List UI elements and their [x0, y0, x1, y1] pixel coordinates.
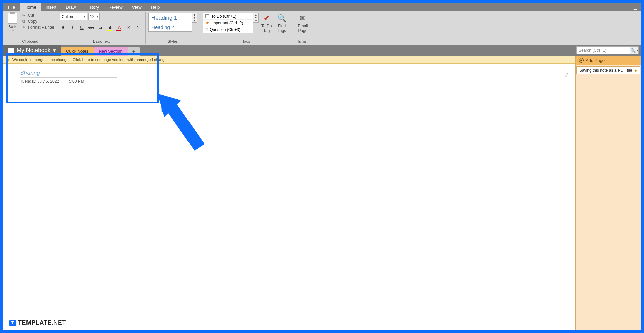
- ribbon-group-styles: Heading 1 Heading 2 ▲ ▼ ▾ Styles: [146, 12, 200, 44]
- format-painter-button[interactable]: ✎Format Painter: [22, 25, 54, 30]
- menu-file[interactable]: File: [3, 3, 20, 11]
- indent-button[interactable]: [127, 13, 134, 20]
- font-family-select[interactable]: Calibri▾: [60, 13, 87, 20]
- add-section-button[interactable]: +: [128, 47, 140, 56]
- ribbon-group-basic-text: Calibri▾ 12▾ B I U abc x₂: [57, 12, 146, 44]
- ribbon: Paste ▾ ✂Cut ⧉Copy ✎Format Painter Clipb…: [3, 11, 641, 45]
- email-page-button[interactable]: ✉ Email Page: [295, 13, 310, 34]
- todo-tag-button[interactable]: ✔ To Do Tag: [259, 13, 274, 34]
- tag-question-label: Question (Ctrl+3): [210, 27, 240, 32]
- styles-gallery[interactable]: Heading 1 Heading 2: [148, 13, 192, 32]
- bold-button[interactable]: B: [60, 24, 66, 30]
- notebook-bar: My Notebook ▾ Quick Notes New Section + …: [3, 45, 641, 56]
- tags-gallery[interactable]: To Do (Ctrl+1) ★Important (Ctrl+2) ?Ques…: [203, 13, 253, 33]
- merge-conflict-bar[interactable]: ◆ We couldn't merge some changes. Click …: [3, 56, 575, 64]
- menu-insert[interactable]: Insert: [41, 3, 61, 11]
- cut-button[interactable]: ✂Cut: [22, 13, 54, 18]
- brush-icon: ✎: [22, 25, 26, 30]
- bullets-button[interactable]: [101, 13, 108, 20]
- add-page-button[interactable]: + Add Page: [576, 56, 641, 65]
- menu-bar: File Home Insert Draw History Review Vie…: [3, 3, 641, 11]
- chevron-down-icon: ▾: [12, 29, 14, 32]
- font-size-select[interactable]: 12▾: [88, 13, 100, 20]
- tag-important[interactable]: ★Important (Ctrl+2): [203, 20, 253, 26]
- warning-icon: ◆: [7, 57, 10, 62]
- star-icon: ★: [205, 20, 209, 25]
- menu-help[interactable]: Help: [146, 3, 165, 11]
- paste-button[interactable]: Paste ▾: [6, 13, 19, 32]
- page-title[interactable]: Sharing: [20, 70, 117, 78]
- tag-question[interactable]: ?Question (Ctrl+3): [203, 26, 253, 33]
- italic-button[interactable]: I: [69, 24, 75, 30]
- scroll-up-icon[interactable]: ▲: [192, 13, 197, 16]
- chevron-down-icon: ▾: [637, 49, 638, 52]
- numbering-button[interactable]: [110, 13, 116, 20]
- menu-draw[interactable]: Draw: [61, 3, 80, 11]
- plus-circle-icon: +: [579, 58, 584, 63]
- question-icon: ?: [205, 27, 208, 32]
- scroll-down-icon[interactable]: ▼: [192, 16, 197, 19]
- group-label-email: Email: [295, 39, 310, 43]
- find-tags-label: Find Tags: [278, 24, 286, 34]
- scroll-up-icon[interactable]: ▲: [253, 13, 258, 16]
- expand-icon[interactable]: ⤢: [564, 72, 569, 78]
- watermark-brand: TEMPLATE: [18, 319, 52, 326]
- minimize-icon[interactable]: ▁: [634, 4, 637, 10]
- paste-label: Paste: [7, 24, 18, 29]
- menu-review[interactable]: Review: [104, 3, 127, 11]
- search-icon: 🔍: [630, 48, 636, 53]
- scroll-more-icon[interactable]: ▾: [253, 19, 258, 22]
- tag-important-label: Important (Ctrl+2): [211, 21, 243, 25]
- style-heading2[interactable]: Heading 2: [149, 23, 192, 31]
- watermark-logo-icon: T: [9, 320, 16, 326]
- group-label-tags: Tags: [203, 39, 289, 43]
- notebook-selector[interactable]: My Notebook ▾: [3, 45, 61, 56]
- window-controls: ▁: [634, 3, 641, 11]
- highlight-button[interactable]: ab: [107, 24, 113, 30]
- book-icon: [8, 48, 14, 53]
- scroll-down-icon[interactable]: ▼: [253, 16, 258, 19]
- copy-label: Copy: [28, 19, 37, 24]
- format-painter-label: Format Painter: [28, 25, 54, 30]
- tag-todo-label: To Do (Ctrl+1): [211, 14, 236, 19]
- search-icon: 🔍: [277, 14, 286, 23]
- font-family-value: Calibri: [62, 14, 73, 19]
- align-button[interactable]: [136, 13, 143, 20]
- section-tab-quick-notes[interactable]: Quick Notes: [61, 47, 93, 56]
- tag-todo[interactable]: To Do (Ctrl+1): [203, 13, 253, 20]
- font-size-value: 12: [90, 14, 94, 19]
- copy-button[interactable]: ⧉Copy: [22, 19, 54, 24]
- chevron-down-icon: ▾: [84, 15, 85, 18]
- pages-panel: + Add Page Saving this note as a PDF fil…: [575, 56, 641, 330]
- search-button[interactable]: 🔍▾: [630, 46, 639, 54]
- page-canvas[interactable]: ◆ We couldn't merge some changes. Click …: [3, 56, 575, 330]
- find-tags-button[interactable]: 🔍 Find Tags: [274, 13, 289, 34]
- email-page-label: Email Page: [298, 24, 308, 34]
- ribbon-group-clipboard: Paste ▾ ✂Cut ⧉Copy ✎Format Painter Clipb…: [3, 12, 57, 44]
- checkbox-icon: [205, 14, 209, 18]
- page-time: 5:00 PM: [69, 79, 84, 84]
- menu-history[interactable]: History: [81, 3, 104, 11]
- ribbon-group-tags: To Do (Ctrl+1) ★Important (Ctrl+2) ?Ques…: [200, 12, 292, 44]
- clear-format-button[interactable]: ✕: [126, 24, 132, 30]
- strikethrough-button[interactable]: abc: [88, 24, 94, 30]
- page-list-item[interactable]: Saving this note as a PDF file ◆: [576, 66, 640, 74]
- ribbon-group-email: ✉ Email Page Email: [292, 12, 313, 44]
- subscript-button[interactable]: x₂: [98, 24, 104, 30]
- style-heading1[interactable]: Heading 1: [149, 13, 192, 23]
- menu-home[interactable]: Home: [20, 3, 41, 11]
- group-label-basic-text: Basic Text: [60, 39, 143, 43]
- chevron-down-icon: ▾: [97, 15, 98, 18]
- outdent-button[interactable]: [118, 13, 125, 20]
- menu-view[interactable]: View: [127, 3, 146, 11]
- watermark-suffix: .NET: [52, 319, 66, 326]
- format-button[interactable]: ¶: [135, 24, 141, 30]
- underline-button[interactable]: U: [79, 24, 85, 30]
- add-page-label: Add Page: [586, 58, 605, 63]
- font-color-button[interactable]: A: [116, 24, 122, 30]
- scroll-more-icon[interactable]: ▾: [192, 19, 197, 22]
- search-input[interactable]: Search (Ctrl+E): [576, 46, 630, 54]
- chevron-down-icon: ▾: [53, 47, 56, 54]
- section-tab-new-section[interactable]: New Section: [94, 47, 128, 56]
- group-label-styles: Styles: [148, 39, 197, 43]
